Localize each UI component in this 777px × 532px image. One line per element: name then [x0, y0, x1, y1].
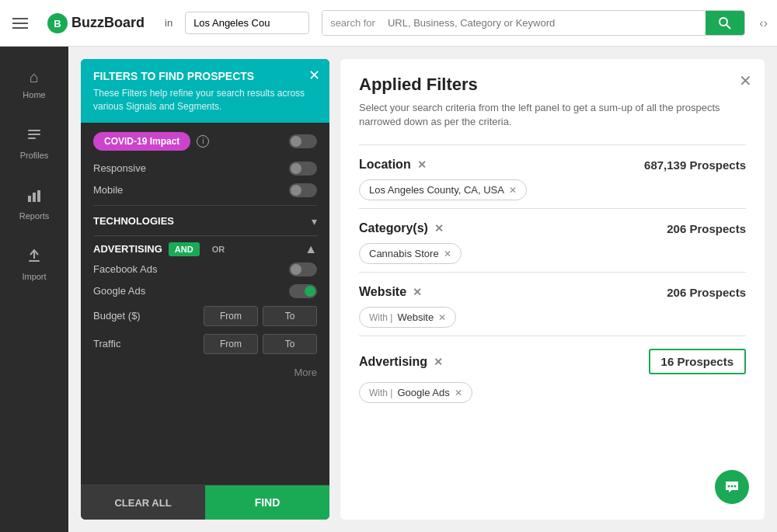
google-ads-row: Google Ads — [93, 284, 317, 298]
clear-all-button[interactable]: CLEAR ALL — [81, 485, 205, 520]
facebook-ads-toggle[interactable] — [289, 263, 317, 276]
svg-rect-5 — [28, 134, 40, 135]
responsive-row: Responsive — [93, 162, 317, 176]
more-link[interactable]: More — [93, 362, 317, 383]
sidebar-item-reports[interactable]: Reports — [0, 174, 68, 235]
svg-point-13 — [731, 485, 733, 488]
svg-text:B: B — [54, 18, 61, 30]
advertising-title: ADVERTISING — [93, 243, 162, 255]
category-tag-remove[interactable]: ✕ — [444, 249, 451, 259]
website-tag-text: Website — [397, 311, 434, 323]
category-tag-text: Cannabis Store — [369, 248, 439, 259]
svg-rect-7 — [28, 196, 31, 202]
category-tag: Cannabis Store ✕ — [359, 243, 462, 264]
mobile-row: Mobile — [93, 183, 317, 197]
responsive-toggle[interactable] — [289, 162, 317, 176]
category-tags: Cannabis Store ✕ — [359, 243, 746, 264]
info-icon[interactable]: i — [197, 135, 209, 148]
filter-footer: CLEAR ALL FIND — [81, 485, 329, 520]
import-icon — [26, 249, 42, 268]
website-section: Website ✕ 206 Prospects With | Website ✕ — [359, 272, 746, 336]
advertising-chevron[interactable]: ▲ — [305, 242, 317, 256]
applied-title: Applied Filters — [359, 75, 746, 95]
chat-icon — [723, 478, 740, 495]
and-button[interactable]: AND — [169, 242, 200, 256]
budget-to-input[interactable]: To — [263, 306, 317, 326]
svg-point-2 — [720, 18, 727, 26]
filter-close-button[interactable]: ✕ — [308, 67, 320, 84]
advertising-tag: With | Google Ads ✕ — [359, 382, 472, 403]
category-section: Category(s) ✕ 206 Prospects Cannabis Sto… — [359, 208, 746, 272]
advertising-tags: With | Google Ads ✕ — [359, 382, 746, 403]
logo-icon: B — [47, 12, 68, 34]
budget-label: Budget ($) — [93, 310, 141, 322]
or-button[interactable]: OR — [206, 242, 232, 256]
technologies-section: TECHNOLOGIES ▾ — [93, 205, 317, 235]
svg-line-3 — [726, 25, 730, 29]
svg-rect-4 — [28, 130, 40, 131]
budget-row: Budget ($) From To — [93, 306, 317, 326]
chat-bubble[interactable] — [715, 470, 749, 504]
technologies-chevron[interactable]: ▾ — [312, 215, 317, 228]
sidebar-item-label: Reports — [19, 211, 50, 221]
advertising-section-header: Advertising ✕ 16 Prospects — [359, 349, 746, 374]
logo-text: BuzzBoard — [71, 15, 145, 31]
location-section-name: Location ✕ — [359, 158, 427, 172]
traffic-to-input[interactable]: To — [263, 334, 317, 354]
sidebar-item-profiles[interactable]: Profiles — [0, 113, 68, 174]
mobile-toggle[interactable] — [289, 183, 317, 197]
traffic-from-input[interactable]: From — [204, 334, 258, 354]
sidebar-item-import[interactable]: Import — [0, 235, 68, 295]
search-button[interactable] — [706, 11, 744, 35]
svg-point-14 — [734, 485, 737, 488]
website-tag-remove[interactable]: ✕ — [438, 312, 446, 323]
facebook-ads-label: Facebook Ads — [93, 263, 157, 275]
location-input[interactable] — [185, 12, 309, 34]
sidebar-item-home[interactable]: ⌂ Home — [0, 54, 68, 113]
location-section: Location ✕ 687,139 Prospects Los Angeles… — [359, 144, 746, 208]
covid-pill[interactable]: COVID-19 Impact — [93, 132, 190, 151]
search-input[interactable] — [383, 11, 706, 35]
sidebar-item-label: Import — [22, 272, 46, 281]
advertising-tag-text: Google Ads — [397, 387, 449, 398]
google-ads-toggle[interactable] — [289, 284, 317, 298]
hamburger-menu[interactable] — [9, 15, 31, 32]
category-section-name: Category(s) ✕ — [359, 221, 444, 235]
covid-row: COVID-19 Impact i — [93, 132, 317, 151]
advertising-section: Advertising ✕ 16 Prospects With | Google… — [359, 336, 746, 411]
advertising-remove[interactable]: ✕ — [434, 356, 443, 368]
search-bar: search for — [322, 10, 745, 36]
budget-from-input[interactable]: From — [204, 306, 258, 326]
navbar: B BuzzBoard in search for ‹› — [0, 0, 777, 47]
applied-filters-panel: ✕ Applied Filters Select your search cri… — [340, 59, 765, 520]
location-tags: Los Angeles County, CA, USA ✕ — [359, 179, 746, 200]
website-section-header: Website ✕ 206 Prospects — [359, 285, 746, 299]
category-count: 206 Prospects — [667, 222, 746, 235]
mobile-label: Mobile — [93, 184, 123, 196]
search-label: search for — [322, 11, 383, 35]
nav-chevron[interactable]: ‹› — [759, 16, 768, 30]
advertising-subsection: ADVERTISING AND OR ▲ — [93, 235, 317, 263]
category-section-header: Category(s) ✕ 206 Prospects — [359, 221, 746, 235]
website-remove[interactable]: ✕ — [413, 286, 422, 298]
svg-rect-9 — [37, 190, 40, 202]
traffic-label: Traffic — [93, 338, 120, 349]
find-button[interactable]: FIND — [205, 485, 329, 520]
category-remove[interactable]: ✕ — [434, 222, 444, 235]
svg-rect-6 — [28, 137, 36, 139]
applied-close-button[interactable]: ✕ — [739, 71, 752, 90]
in-label: in — [160, 17, 177, 29]
advertising-tag-remove[interactable]: ✕ — [455, 388, 462, 398]
applied-subtitle: Select your search criteria from the lef… — [359, 101, 746, 129]
advertising-count: 16 Prospects — [649, 349, 746, 374]
advertising-tag-prefix: With | — [369, 388, 392, 398]
profiles-icon — [26, 127, 42, 147]
location-remove[interactable]: ✕ — [417, 158, 427, 171]
reports-icon — [26, 188, 42, 207]
website-tag-prefix: With | — [369, 312, 392, 323]
covid-toggle[interactable] — [289, 134, 317, 148]
website-section-name: Website ✕ — [359, 285, 422, 299]
location-tag-remove[interactable]: ✕ — [509, 185, 517, 196]
search-icon — [718, 16, 732, 30]
website-tag: With | Website ✕ — [359, 307, 456, 328]
